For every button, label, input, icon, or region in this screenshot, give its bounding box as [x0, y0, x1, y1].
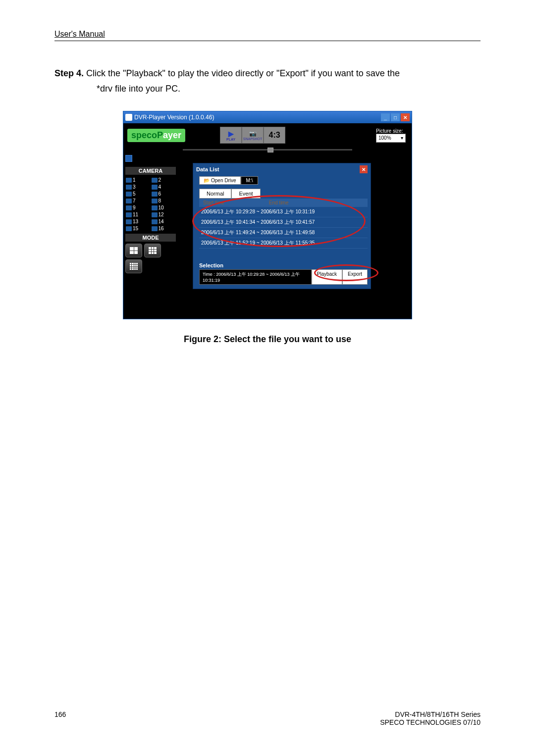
app-window: DVR-Player Version (1.0.0.46) _ □ ✕ spec… — [123, 111, 412, 319]
camera-16[interactable]: 16 — [151, 225, 176, 232]
camera-indicator-icon — [152, 219, 158, 224]
mode-9-button[interactable] — [144, 244, 161, 257]
play-label: PLAY — [226, 138, 235, 141]
logo: specoPayer — [127, 129, 185, 142]
tab-event[interactable]: Event — [231, 189, 260, 199]
camera-13[interactable]: 13 — [125, 218, 151, 225]
logo-suffix: ayer — [163, 130, 181, 140]
open-drive-button[interactable]: 📂 Open Drive — [199, 176, 241, 185]
camera-12[interactable]: 12 — [151, 211, 176, 218]
camera-indicator-icon — [126, 178, 132, 183]
entry-row[interactable]: 2006/6/13 上午 11:52:19 ~ 2006/6/13 上午 11:… — [199, 238, 368, 249]
data-list-close-button[interactable]: ✕ — [360, 165, 368, 173]
camera-indicator-icon — [152, 205, 158, 210]
camera-icon: 📷 — [249, 130, 257, 137]
drive-path: M:\ — [241, 176, 259, 185]
camera-3[interactable]: 3 — [125, 184, 151, 190]
data-list-panel: Data List ✕ 📂 Open Drive M:\ Normal Even… — [193, 163, 371, 289]
app-icon — [125, 114, 132, 121]
aspect-button[interactable]: 4:3 — [264, 127, 285, 144]
slider-thumb[interactable] — [268, 148, 273, 152]
aspect-label: 4:3 — [269, 131, 280, 140]
snapshot-button[interactable]: 📷 SNAPSHOT — [242, 127, 264, 144]
open-drive-label: Open Drive — [211, 178, 236, 183]
camera-indicator-icon — [126, 212, 132, 217]
minimize-button[interactable]: _ — [381, 113, 390, 121]
tab-normal[interactable]: Normal — [199, 189, 231, 199]
camera-grid: 1 2 3 4 5 6 7 8 9 10 11 12 13 14 15 16 — [125, 177, 176, 232]
camera-9[interactable]: 9 — [125, 204, 151, 211]
grid-9-icon — [149, 247, 157, 254]
toolbar: specoPayer ▶ PLAY 📷 SNAPSHOT 4:3 Picture… — [123, 123, 412, 147]
camera-2[interactable]: 2 — [151, 177, 176, 183]
window-close-button[interactable]: ✕ — [401, 113, 410, 121]
camera-4[interactable]: 4 — [151, 184, 176, 190]
col-end-time: End time — [269, 200, 288, 205]
page-header: User's Manual — [54, 30, 481, 41]
list-column-headers: Start time End time — [199, 199, 368, 207]
sidebar: CAMERA 1 2 3 4 5 6 7 8 9 10 11 12 13 14 … — [123, 153, 178, 319]
main-area: CAMERA 1 2 3 4 5 6 7 8 9 10 11 12 13 14 … — [123, 153, 412, 319]
step-text-1: Click the "Playback" to play the video d… — [86, 68, 400, 78]
content-area: Data List ✕ 📂 Open Drive M:\ Normal Even… — [178, 153, 412, 319]
camera-8[interactable]: 8 — [151, 198, 176, 204]
slider-bar — [123, 147, 412, 153]
camera-indicator-icon — [152, 226, 158, 231]
camera-indicator-icon — [126, 205, 132, 210]
titlebar: DVR-Player Version (1.0.0.46) _ □ ✕ — [123, 111, 412, 123]
camera-indicator-icon — [126, 226, 132, 231]
figure-caption: Figure 2: Select the file you want to us… — [54, 334, 481, 345]
camera-indicator-icon — [152, 212, 158, 217]
camera-indicator-icon — [152, 178, 158, 183]
play-button[interactable]: ▶ PLAY — [220, 127, 242, 144]
camera-indicator-icon — [152, 185, 158, 190]
picture-size-value: 100% — [378, 135, 391, 141]
window-title: DVR-Player Version (1.0.0.46) — [134, 114, 214, 121]
entry-row[interactable]: 2006/6/13 上午 11:49:24 ~ 2006/6/13 上午 11:… — [199, 228, 368, 238]
camera-indicator-icon — [126, 185, 132, 190]
sidebar-top-button[interactable] — [125, 155, 132, 162]
snapshot-label: SNAPSHOT — [243, 137, 263, 141]
play-icon: ▶ — [228, 130, 234, 138]
camera-10[interactable]: 10 — [151, 204, 176, 211]
entries-list: 2006/6/13 上午 10:29:28 ~ 2006/6/13 上午 10:… — [199, 207, 368, 249]
camera-section-label: CAMERA — [125, 167, 176, 175]
playback-button[interactable]: Playback — [312, 269, 343, 285]
grid-4-icon — [130, 247, 138, 254]
maximize-button[interactable]: □ — [391, 113, 400, 121]
grid-16-icon — [130, 263, 138, 270]
camera-5[interactable]: 5 — [125, 191, 151, 197]
footer-line2: SPECO TECHNOLOGIES 07/10 — [380, 718, 481, 726]
col-start-time: Start time — [203, 200, 224, 205]
picture-size-select[interactable]: 100% ▾ — [376, 134, 406, 143]
entry-row[interactable]: 2006/6/13 上午 10:29:28 ~ 2006/6/13 上午 10:… — [199, 207, 368, 217]
camera-1[interactable]: 1 — [125, 177, 151, 183]
export-button[interactable]: Export — [342, 269, 368, 285]
camera-11[interactable]: 11 — [125, 211, 151, 218]
chevron-down-icon: ▾ — [401, 135, 403, 141]
picture-size-label: Picture size: — [376, 128, 406, 134]
logo-prefix: specoP — [131, 130, 163, 140]
camera-indicator-icon — [126, 219, 132, 224]
camera-7[interactable]: 7 — [125, 198, 151, 204]
folder-icon: 📂 — [204, 178, 210, 183]
mode-16-button[interactable] — [125, 259, 142, 273]
step-section: Step 4. Click the "Playback" to play the… — [54, 66, 481, 96]
camera-indicator-icon — [152, 199, 158, 203]
page-number: 166 — [54, 710, 66, 726]
page-footer: 166 DVR-4TH/8TH/16TH Series SPECO TECHNO… — [54, 710, 481, 726]
step-label: Step 4. — [54, 68, 84, 78]
selection-time-display: Time : 2006/6/13 上午 10:29:28 ~ 2006/6/13… — [199, 269, 312, 285]
camera-indicator-icon — [126, 192, 132, 197]
camera-15[interactable]: 15 — [125, 225, 151, 232]
entry-row[interactable]: 2006/6/13 上午 10:41:34 ~ 2006/6/13 上午 10:… — [199, 217, 368, 228]
mode-4-button[interactable] — [125, 244, 142, 257]
data-list-title: Data List — [196, 166, 219, 172]
mode-section-label: MODE — [125, 234, 176, 242]
camera-6[interactable]: 6 — [151, 191, 176, 197]
footer-line1: DVR-4TH/8TH/16TH Series — [380, 710, 481, 718]
camera-14[interactable]: 14 — [151, 218, 176, 225]
camera-indicator-icon — [152, 192, 158, 197]
mode-grid — [125, 244, 176, 273]
step-text-2: *drv file into your PC. — [97, 84, 180, 94]
